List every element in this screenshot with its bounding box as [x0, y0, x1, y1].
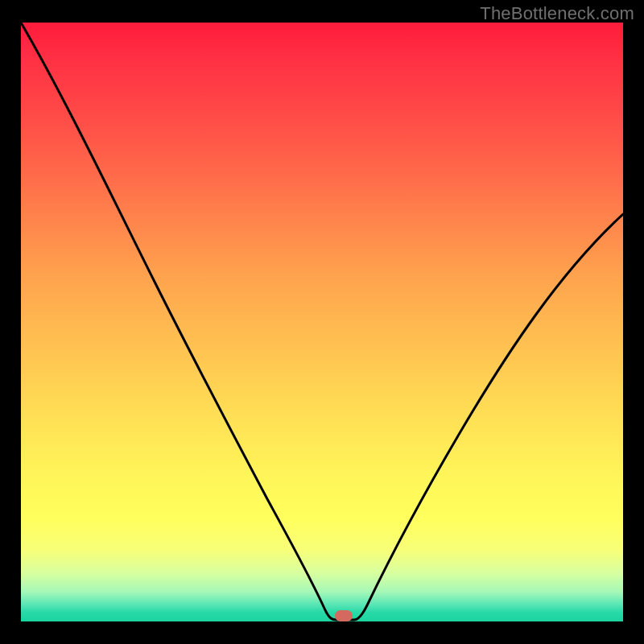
watermark-text: TheBottleneck.com: [480, 3, 634, 24]
bottleneck-curve-path: [21, 23, 623, 620]
optimal-point-marker: [335, 610, 353, 621]
plot-area: [21, 23, 623, 621]
bottleneck-curve: [21, 23, 623, 621]
chart-frame: TheBottleneck.com: [0, 0, 644, 644]
